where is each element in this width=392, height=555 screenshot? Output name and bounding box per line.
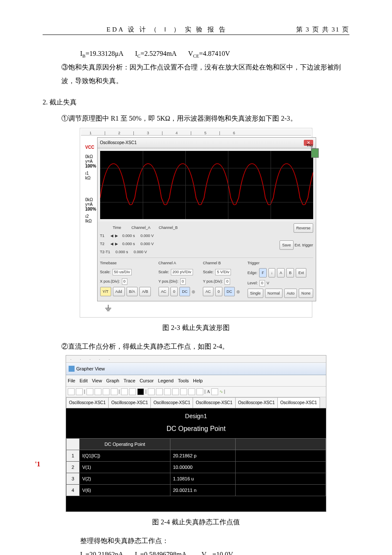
single-button[interactable]: Single xyxy=(248,289,263,298)
ext-trigger-label: Ext. trigger xyxy=(294,243,313,247)
trig-b-button[interactable]: B xyxy=(286,268,294,278)
menu-legend[interactable]: Legend xyxy=(158,376,174,385)
tab-osc-2[interactable]: Oscilloscope-XSC1 xyxy=(108,397,151,408)
section-2-p2: ②直流工作点分析，得截止失真静态工作点，如图 2-4。 xyxy=(61,340,349,353)
header-title: EDA 设 计 （ Ｉ ） 实 验 报 告 xyxy=(107,26,227,34)
ba-button[interactable]: B/A xyxy=(127,287,138,296)
cut-icon[interactable] xyxy=(95,388,101,395)
zoom-out-icon[interactable] xyxy=(164,388,171,395)
arrow-left-icon[interactable]: ◀ xyxy=(110,232,113,240)
chb-ac-button[interactable]: AC xyxy=(203,287,213,296)
new-icon[interactable] xyxy=(68,388,75,395)
yt-button[interactable]: Y/T xyxy=(100,287,111,296)
header-page: 第 3 页 共 31 页 xyxy=(296,26,349,34)
tab-osc-5[interactable]: Oscilloscope-XSC1 xyxy=(235,397,278,408)
formula-line-2: IB=20.21862pA IC=0.58496798mA VCE=10.0V xyxy=(80,548,349,555)
cha-scale[interactable]: 200 pV/Div xyxy=(171,269,193,275)
menu-view[interactable]: View xyxy=(92,376,102,385)
gv-ruler: ····· xyxy=(66,356,326,363)
marker-icon[interactable] xyxy=(211,388,218,395)
add-button[interactable]: Add xyxy=(113,287,125,296)
ground-icon xyxy=(81,303,311,316)
menu-graph[interactable]: Graph xyxy=(106,376,119,385)
ab-button[interactable]: A/B xyxy=(139,287,151,296)
cha-dc-button[interactable]: DC xyxy=(179,287,190,296)
figure-caption-2-4: 图 2-4 截止失真静态工作点值 xyxy=(43,515,349,529)
gv-chart-title: Design1 DC Operating Point xyxy=(66,408,326,438)
trig-ext-button[interactable]: Ext xyxy=(296,268,306,278)
terminal-icon: ◎ xyxy=(192,288,195,295)
section-2-title: 2. 截止失真 xyxy=(43,95,349,109)
oscilloscope-figure: 1|2|3|4|5|6 VCC 0kΩy=A 100% ı1kΩ 0kΩy=A … xyxy=(80,128,312,318)
edge-fall-button[interactable]: ↓ xyxy=(268,268,276,278)
chb-ypos[interactable]: 0 xyxy=(225,278,230,285)
zoom-area-icon[interactable] xyxy=(180,388,187,395)
chb-scale[interactable]: 5 V/Div xyxy=(215,269,231,275)
chb-0-button[interactable]: 0 xyxy=(215,287,222,296)
ic: IC=2.52794mA xyxy=(135,50,176,57)
save-button[interactable]: Save xyxy=(280,240,294,250)
trig-a-button[interactable]: A xyxy=(277,268,285,278)
normal-button[interactable]: Normal xyxy=(265,289,282,298)
blackbg-icon[interactable] xyxy=(137,388,144,395)
gv-tabs: Oscilloscope-XSC1 Oscilloscope-XSC1 Osci… xyxy=(66,397,326,408)
page-header: EDA 设 计 （ Ｉ ） 实 验 报 告 第 3 页 共 31 页 xyxy=(43,26,349,35)
menu-cursor[interactable]: Cursor xyxy=(140,376,154,385)
edge-rise-button[interactable]: F xyxy=(259,268,267,278)
dc-op-table: DC Operating Point 1 I(Q1[IC]) 20.21862 … xyxy=(66,438,326,496)
cha-ac-button[interactable]: AC xyxy=(159,287,169,296)
level-input[interactable]: 0 xyxy=(259,280,265,286)
tab-osc-1[interactable]: Oscilloscope-XSC1 xyxy=(66,397,109,408)
tab-osc-4[interactable]: Oscilloscope-XSC1 xyxy=(193,397,235,408)
table-row: 1 I(Q1[IC]) 20.21862 p xyxy=(66,450,326,462)
arrow-right-icon[interactable]: ▶ xyxy=(115,240,118,248)
app-icon xyxy=(69,366,75,372)
ib2: IB=20.21862pA xyxy=(80,551,123,555)
auto-button[interactable]: Auto xyxy=(284,289,297,298)
figure-caption-2-3: 图 2-3 截止失真波形图 xyxy=(43,321,349,335)
menu-tools[interactable]: Tools xyxy=(178,376,189,385)
chb-dc-button[interactable]: DC xyxy=(224,287,235,296)
zoom-y-icon[interactable] xyxy=(196,388,203,395)
menu-trace[interactable]: Trace xyxy=(124,376,135,385)
vce: VCE=4.87410V xyxy=(188,50,230,57)
none-button[interactable]: None xyxy=(299,289,313,298)
table-row: 3 V(2) 1.10816 u xyxy=(66,473,326,485)
trigger-node-icon xyxy=(311,148,319,158)
terminal-icon: ◎ xyxy=(236,288,240,295)
open-icon[interactable] xyxy=(76,388,83,395)
cha-ypos[interactable]: 0 xyxy=(180,278,186,285)
legend-icon[interactable] xyxy=(129,388,136,395)
trig-label: Trig xyxy=(306,142,313,149)
gv-empty-area xyxy=(66,496,326,512)
gv-title: Grapher View xyxy=(76,364,105,373)
timebase-scale[interactable]: 50 us/Div xyxy=(112,269,132,275)
zoom-fit-icon[interactable] xyxy=(172,388,179,395)
menu-edit[interactable]: Edit xyxy=(80,376,88,385)
xpos-input[interactable]: 0 xyxy=(122,278,127,285)
reverse-button[interactable]: Reverse xyxy=(294,223,313,233)
arrow-left-icon[interactable]: ◀ xyxy=(110,240,113,248)
tab-osc-6[interactable]: Oscilloscope-XSC1 xyxy=(277,397,320,408)
gv-titlebar: Grapher View xyxy=(66,363,326,375)
copy-icon[interactable] xyxy=(103,388,110,395)
arrow-right-icon[interactable]: ▶ xyxy=(115,232,118,240)
table-row: 2 V(1) 10.00000 xyxy=(66,462,326,473)
osc-left-annotations: VCC 0kΩy=A 100% ı1kΩ 0kΩy=A 100% ı2IkΩ xyxy=(83,137,97,301)
undo-icon[interactable] xyxy=(86,388,93,395)
ruler-top: 1|2|3|4|5|6 xyxy=(81,129,311,136)
col-head: DC Operating Point xyxy=(80,439,170,450)
document-page: EDA 设 计 （ Ｉ ） 实 验 报 告 第 3 页 共 31 页 IB=19… xyxy=(0,0,392,555)
zoom-x-icon[interactable] xyxy=(188,388,195,395)
cha-0-button[interactable]: 0 xyxy=(170,287,178,296)
gv-toolbar: | | | | xyxy=(66,387,326,397)
menu-file[interactable]: File xyxy=(68,376,75,385)
paste-icon[interactable] xyxy=(111,388,118,395)
formula-line-1: IB=19.33128μA IC=2.52794mA VCE=4.87410V xyxy=(80,47,349,61)
grid-icon[interactable] xyxy=(121,388,128,395)
cursor-icon[interactable] xyxy=(148,388,155,395)
tab-osc-3[interactable]: Oscilloscope-XSC1 xyxy=(150,397,193,408)
zoom-in-icon[interactable] xyxy=(156,388,163,395)
menu-help[interactable]: Help xyxy=(193,376,203,385)
ic2: IC=0.58496798mA xyxy=(135,551,186,555)
